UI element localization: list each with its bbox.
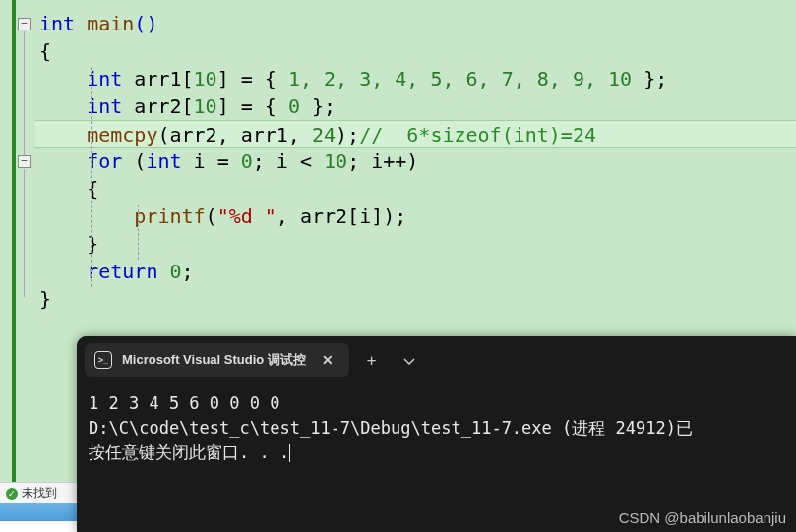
code-line: int main() <box>35 10 796 37</box>
gutter-edge <box>0 0 16 482</box>
new-tab-button[interactable]: + <box>353 345 391 376</box>
code-line-highlighted: memcpy(arr2, arr1, 24);// 6*sizeof(int)=… <box>35 120 796 148</box>
fold-toggle-main[interactable]: − <box>18 18 31 30</box>
code-line: printf("%d ", arr2[i]); <box>35 203 796 230</box>
status-text: 未找到 <box>22 485 57 502</box>
terminal-tab[interactable]: >_ Microsoft Visual Studio 调试控 ✕ <box>85 343 349 377</box>
close-icon[interactable]: ✕ <box>316 352 339 368</box>
terminal-cursor <box>289 444 290 462</box>
blue-strip <box>0 503 77 521</box>
terminal-icon: >_ <box>94 351 112 369</box>
chevron-down-icon <box>403 358 415 366</box>
tab-title: Microsoft Visual Studio 调试控 <box>122 351 306 369</box>
status-bar: ✓ 未找到 <box>0 482 77 503</box>
tab-bar: >_ Microsoft Visual Studio 调试控 ✕ + <box>77 336 796 384</box>
code-line: } <box>35 285 796 313</box>
terminal-window: >_ Microsoft Visual Studio 调试控 ✕ + 1 2 3… <box>77 336 796 532</box>
indent-guide <box>91 67 92 287</box>
indent-guide <box>138 205 139 260</box>
code-line: int arr2[10] = { 0 }; <box>35 92 796 120</box>
fold-column: − − <box>16 0 35 482</box>
code-line: return 0; <box>35 258 796 285</box>
watermark: CSDN @babilunlaobanjiu <box>619 509 786 526</box>
status-ok-icon: ✓ <box>6 488 18 500</box>
fold-toggle-for[interactable]: − <box>18 155 31 168</box>
terminal-output[interactable]: 1 2 3 4 5 6 0 0 0 0 D:\C\code\test_c\tes… <box>77 384 796 473</box>
code-line: for (int i = 0; i < 10; i++) <box>35 148 796 175</box>
fold-guide <box>24 169 25 297</box>
code-line: int arr1[10] = { 1, 2, 3, 4, 5, 6, 7, 8,… <box>35 65 796 92</box>
code-line: } <box>35 230 796 258</box>
code-line: { <box>35 37 796 65</box>
code-line: { <box>35 175 796 203</box>
fold-guide <box>24 31 25 157</box>
tab-dropdown-button[interactable] <box>390 345 429 376</box>
